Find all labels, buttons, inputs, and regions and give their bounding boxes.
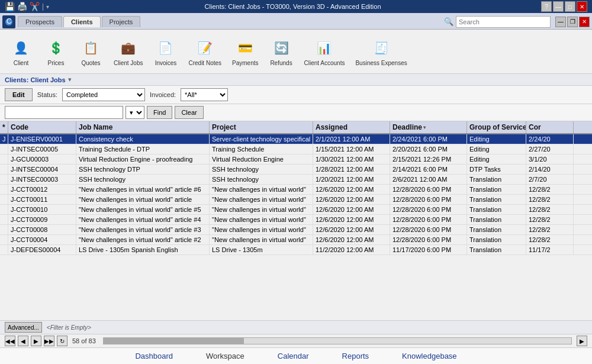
search-restore-button[interactable]: ❐ — [567, 17, 578, 27]
clear-button[interactable]: Clear — [175, 106, 203, 119]
toolbar-quotes[interactable]: 📋 Quotes — [75, 34, 107, 69]
cell-jobname: SSH technology DTP — [76, 165, 210, 174]
prev-page-button[interactable]: ◀ — [18, 336, 28, 346]
help-button[interactable]: ? — [541, 1, 552, 12]
cell-cor: 12/28/2 — [526, 215, 574, 224]
cell-jobname: Consistency check — [76, 134, 210, 144]
minimize-button[interactable]: — — [553, 1, 564, 12]
cell-group: Translation — [467, 195, 526, 204]
cell-assigned: 1/28/2021 12:00 AM — [313, 165, 390, 174]
horizontal-scrollbar[interactable] — [103, 337, 572, 344]
col-header-star[interactable]: * — [0, 121, 8, 133]
table-row[interactable]: J-CCT00011 "New challenges in virtual wo… — [0, 195, 592, 205]
breadcrumb-dropdown-icon[interactable]: ▾ — [68, 76, 72, 83]
col-header-group[interactable]: Group of Service: — [467, 121, 526, 133]
cell-code: J-CCT00008 — [8, 225, 76, 234]
cell-code: J-INTSEC00004 — [8, 165, 76, 174]
cell-star — [0, 245, 8, 255]
scrollbar-thumb[interactable] — [104, 338, 244, 344]
tab-prospects[interactable]: Prospects — [18, 16, 62, 27]
cell-assigned: 2/1/2021 12:00 AM — [313, 134, 390, 144]
cell-jobname: "New challenges in virtual world" articl… — [76, 215, 210, 224]
table-row[interactable]: J-DEFDES00004 LS Drive - 1305m Spanish E… — [0, 245, 592, 255]
close-button[interactable]: ✕ — [577, 1, 587, 12]
table-row[interactable]: J-INTSEC00004 SSH technology DTP SSH tec… — [0, 165, 592, 175]
first-page-button[interactable]: ◀◀ — [5, 336, 15, 346]
quotes-icon: 📋 — [81, 37, 102, 59]
nav-workspace[interactable]: Workspace — [201, 350, 249, 362]
toolbar-client-accounts[interactable]: 📊 Client Accounts — [300, 34, 349, 69]
nav-calendar[interactable]: Calendar — [273, 350, 314, 362]
table-row[interactable]: J-CCT00012 "New challenges in virtual wo… — [0, 185, 592, 195]
cell-group: Translation — [467, 175, 526, 184]
tab-projects[interactable]: Projects — [102, 16, 141, 27]
cell-jobname: Virtual Reduction Engine - proofreading — [76, 154, 210, 164]
pagination-bar: ◀◀ ◀ ▶ ▶▶ ↻ 58 of 83 ▶ — [0, 334, 592, 347]
toolbar-payments[interactable]: 💳 Payments — [228, 34, 262, 69]
table-row[interactable]: J-CCT00010 "New challenges in virtual wo… — [0, 205, 592, 215]
toolbar-invoices[interactable]: 📄 Invoices — [149, 34, 182, 69]
table-row[interactable]: J-CCT00004 "New challenges in virtual wo… — [0, 235, 592, 245]
nav-dashboard[interactable]: Dashboard — [130, 350, 178, 362]
maximize-button[interactable]: □ — [565, 1, 575, 12]
toolbar-client[interactable]: 👤 Client — [5, 34, 37, 69]
filter-bar: Edit Status: Completed Invoiced: *All* — [0, 86, 592, 104]
table-row[interactable]: J-INTSEC00003 SSH technology SSH technol… — [0, 175, 592, 185]
status-select[interactable]: Completed — [62, 88, 145, 101]
advanced-button[interactable]: Advanced... — [5, 322, 42, 333]
breadcrumb-link[interactable]: Clients: Client Jobs — [5, 76, 66, 83]
next-page-button[interactable]: ▶ — [31, 336, 41, 346]
tab-clients[interactable]: Clients — [63, 16, 101, 27]
nav-reports[interactable]: Reports — [337, 350, 374, 362]
toolbar-refunds[interactable]: 🔄 Refunds — [265, 34, 298, 69]
cell-group: Translation — [467, 185, 526, 194]
cell-jobname: "New challenges in virtual world" articl… — [76, 185, 210, 194]
cell-deadline: 2/15/2021 12:26 PM — [390, 154, 467, 164]
cell-star — [0, 165, 8, 174]
col-header-code[interactable]: Code — [8, 121, 76, 133]
cell-code: J-CCT00009 — [8, 215, 76, 224]
client-jobs-icon: 💼 — [118, 37, 139, 59]
col-header-project[interactable]: Project — [210, 121, 313, 133]
table-row[interactable]: J J-ENISERV00001 Consistency check Serve… — [0, 134, 592, 144]
nav-knowledgebase[interactable]: Knowledgebase — [397, 350, 462, 362]
search-dropdown[interactable]: ▾ — [126, 106, 144, 119]
cell-deadline: 12/28/2020 6:00 PM — [390, 205, 467, 214]
find-button[interactable]: Find — [147, 106, 172, 119]
cell-jobname: LS Drive - 1305m Spanish English — [76, 245, 210, 255]
grid-search-input[interactable] — [5, 106, 123, 119]
toolbar-prices-label: Prices — [48, 60, 65, 66]
col-header-cor[interactable]: Cor — [526, 121, 574, 133]
table-row[interactable]: J-CCT00008 "New challenges in virtual wo… — [0, 225, 592, 235]
filter-status-text: <Filter is Empty> — [47, 324, 91, 331]
search-icon: 🔍 — [444, 17, 453, 26]
col-header-assigned[interactable]: Assigned — [313, 121, 390, 133]
toolbar-payments-label: Payments — [232, 60, 258, 66]
col-header-jobname[interactable]: Job Name — [76, 121, 210, 133]
cell-project: LS Drive - 1305m — [210, 245, 313, 255]
toolbar-credit-notes[interactable]: 📝 Credit Notes — [184, 34, 226, 69]
scroll-right-button[interactable]: ▶ — [577, 336, 587, 346]
edit-button[interactable]: Edit — [5, 88, 33, 101]
cell-project: "New challenges in virtual world" — [210, 185, 313, 194]
toolbar-business-expenses[interactable]: 🧾 Business Expenses — [351, 34, 411, 69]
col-header-deadline[interactable]: Deadline ▾ — [390, 121, 467, 133]
search-close-button[interactable]: ✕ — [579, 17, 590, 27]
cell-group: DTP Tasks — [467, 165, 526, 174]
toolbar-prices[interactable]: 💲 Prices — [40, 34, 72, 69]
table-row[interactable]: J-INTSEC00005 Training Schedule - DTP Tr… — [0, 144, 592, 154]
cell-cor: 11/17/2 — [526, 245, 574, 255]
last-page-button[interactable]: ▶▶ — [44, 336, 54, 346]
toolbar-client-jobs[interactable]: 💼 Client Jobs — [110, 34, 147, 69]
status-label: Status: — [37, 91, 57, 98]
search-input[interactable] — [456, 16, 551, 28]
search-minimize-button[interactable]: — — [555, 17, 566, 27]
business-expenses-icon: 🧾 — [371, 37, 392, 59]
grid: * Code Job Name Project Assigned Deadlin… — [0, 121, 592, 320]
table-row[interactable]: J-GCU00003 Virtual Reduction Engine - pr… — [0, 154, 592, 165]
table-row[interactable]: J-CCT00009 "New challenges in virtual wo… — [0, 215, 592, 225]
refresh-button[interactable]: ↻ — [57, 336, 67, 346]
cell-project: "New challenges in virtual world" — [210, 195, 313, 204]
cell-star — [0, 195, 8, 204]
invoiced-select[interactable]: *All* — [181, 88, 228, 101]
